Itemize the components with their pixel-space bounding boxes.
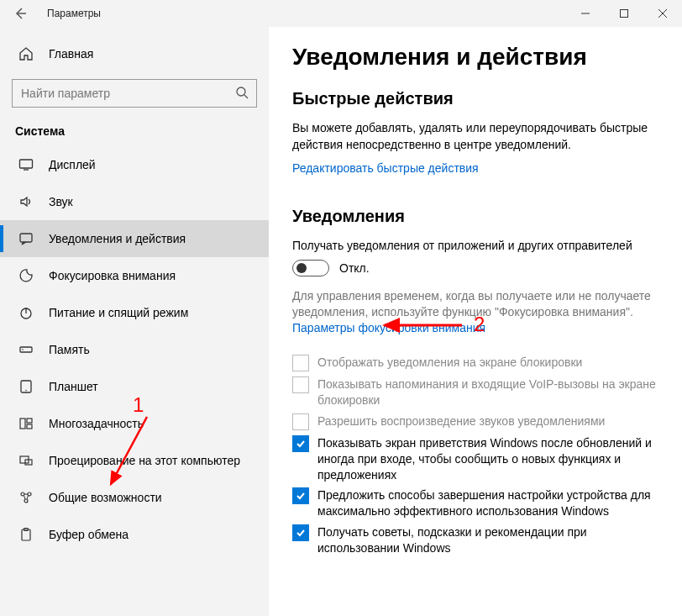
checkbox-row: Предложить способы завершения настройки … xyxy=(292,487,662,519)
svg-rect-5 xyxy=(20,347,32,352)
checkbox-label: Отображать уведомления на экране блокиро… xyxy=(317,355,582,371)
nav-item-focus-assist[interactable]: Фокусировка внимания xyxy=(0,257,269,294)
search-box[interactable] xyxy=(12,79,257,108)
body: Главная Система ДисплейЗвукУведомления и… xyxy=(0,27,682,616)
svg-point-6 xyxy=(22,349,24,350)
nav-item-clipboard[interactable]: Буфер обмена xyxy=(0,516,269,553)
nav-item-label: Общие возможности xyxy=(49,491,162,504)
quick-actions-heading: Быстрые действия xyxy=(292,89,672,108)
svg-point-16 xyxy=(24,499,28,503)
maximize-icon xyxy=(620,9,628,18)
checkbox-row: Отображать уведомления на экране блокиро… xyxy=(292,355,662,371)
page-title: Уведомления и действия xyxy=(292,44,672,71)
edit-quick-actions-link[interactable]: Редактировать быстрые действия xyxy=(292,161,479,175)
svg-point-1 xyxy=(237,87,245,96)
storage-icon xyxy=(15,342,37,357)
notifications-toggle[interactable] xyxy=(292,260,329,276)
checkbox-label: Разрешить воспроизведение звуков уведомл… xyxy=(317,413,605,429)
nav-list: ДисплейЗвукУведомления и действияФокусир… xyxy=(0,146,269,553)
notifications-toggle-label: Получать уведомления от приложений и дру… xyxy=(292,238,653,255)
checkbox-label: Предложить способы завершения настройки … xyxy=(317,487,662,519)
home-nav[interactable]: Главная xyxy=(0,35,269,72)
svg-point-15 xyxy=(28,492,31,496)
power-icon xyxy=(15,305,37,320)
checkbox-list: Отображать уведомления на экране блокиро… xyxy=(292,355,672,556)
nav-item-label: Многозадачность xyxy=(49,417,144,430)
focus-helper-text: Для управления временем, когда вы получа… xyxy=(292,288,653,321)
close-icon xyxy=(658,9,667,18)
nav-item-tablet[interactable]: Планшет xyxy=(0,368,269,405)
nav-item-storage[interactable]: Память xyxy=(0,331,269,368)
window-title: Параметры xyxy=(40,8,101,19)
nav-item-display[interactable]: Дисплей xyxy=(0,146,269,183)
nav-item-label: Питание и спящий режим xyxy=(49,306,188,319)
checkbox xyxy=(292,376,309,393)
svg-rect-9 xyxy=(20,419,25,429)
minimize-icon xyxy=(581,9,590,18)
notifications-icon xyxy=(15,231,37,246)
checkbox-row: Показывать напоминания и входящие VoIP-в… xyxy=(292,376,662,408)
checkbox-label: Получать советы, подсказки и рекомендаци… xyxy=(317,524,662,556)
close-button[interactable] xyxy=(643,0,682,27)
svg-rect-3 xyxy=(20,234,32,242)
checkbox[interactable] xyxy=(292,487,309,504)
svg-point-8 xyxy=(25,390,27,392)
nav-item-projecting[interactable]: Проецирование на этот компьютер xyxy=(0,442,269,479)
focus-assist-icon xyxy=(15,268,37,283)
nav-item-label: Звук xyxy=(49,195,73,208)
checkbox-row: Показывать экран приветствия Windows пос… xyxy=(292,435,662,483)
nav-item-label: Дисплей xyxy=(49,158,96,171)
search-input[interactable] xyxy=(12,79,257,108)
nav-item-label: Память xyxy=(49,343,90,356)
nav-item-label: Буфер обмена xyxy=(49,528,129,541)
maximize-button[interactable] xyxy=(605,0,643,27)
nav-item-sound[interactable]: Звук xyxy=(0,183,269,220)
section-system-label: Система xyxy=(0,121,269,146)
toggle-state-label: Откл. xyxy=(339,261,370,275)
clipboard-icon xyxy=(15,527,37,542)
projecting-icon xyxy=(15,453,37,468)
shared-experiences-icon xyxy=(15,490,37,505)
settings-window: Параметры Главная xyxy=(0,0,682,616)
nav-item-shared-experiences[interactable]: Общие возможности xyxy=(0,479,269,516)
display-icon xyxy=(15,157,37,172)
checkbox[interactable] xyxy=(292,435,309,452)
checkbox xyxy=(292,355,309,371)
multitasking-icon xyxy=(15,416,37,431)
nav-item-label: Проецирование на этот компьютер xyxy=(49,454,240,467)
home-icon xyxy=(15,46,37,61)
nav-item-label: Фокусировка внимания xyxy=(49,269,176,282)
nav-item-label: Уведомления и действия xyxy=(49,232,186,245)
quick-actions-desc: Вы можете добавлять, удалять или переупо… xyxy=(292,120,653,153)
nav-item-multitasking[interactable]: Многозадачность xyxy=(0,405,269,442)
checkbox[interactable] xyxy=(292,524,309,541)
nav-item-power[interactable]: Питание и спящий режим xyxy=(0,294,269,331)
tablet-icon xyxy=(15,379,37,394)
sound-icon xyxy=(15,194,37,209)
back-arrow-icon xyxy=(13,7,27,20)
svg-rect-2 xyxy=(20,160,33,168)
svg-rect-0 xyxy=(621,10,628,18)
checkbox xyxy=(292,413,309,430)
search-icon xyxy=(235,86,249,102)
checkbox-row: Разрешить воспроизведение звуков уведомл… xyxy=(292,413,662,430)
focus-assist-link[interactable]: Параметры фокусировки внимания xyxy=(292,321,485,334)
checkbox-row: Получать советы, подсказки и рекомендаци… xyxy=(292,524,662,556)
svg-rect-10 xyxy=(27,419,32,423)
titlebar: Параметры xyxy=(0,0,682,27)
svg-rect-11 xyxy=(27,424,32,429)
notifications-heading: Уведомления xyxy=(292,207,672,226)
nav-item-notifications[interactable]: Уведомления и действия xyxy=(0,220,269,257)
nav-item-label: Планшет xyxy=(49,380,98,393)
checkbox-label: Показывать напоминания и входящие VoIP-в… xyxy=(317,376,662,408)
minimize-button[interactable] xyxy=(566,0,605,27)
checkbox-label: Показывать экран приветствия Windows пос… xyxy=(317,435,662,483)
home-label: Главная xyxy=(49,47,93,61)
back-button[interactable] xyxy=(0,7,40,20)
sidebar: Главная Система ДисплейЗвукУведомления и… xyxy=(0,27,269,616)
svg-point-14 xyxy=(21,492,24,496)
content-pane: Уведомления и действия Быстрые действия … xyxy=(269,27,682,616)
